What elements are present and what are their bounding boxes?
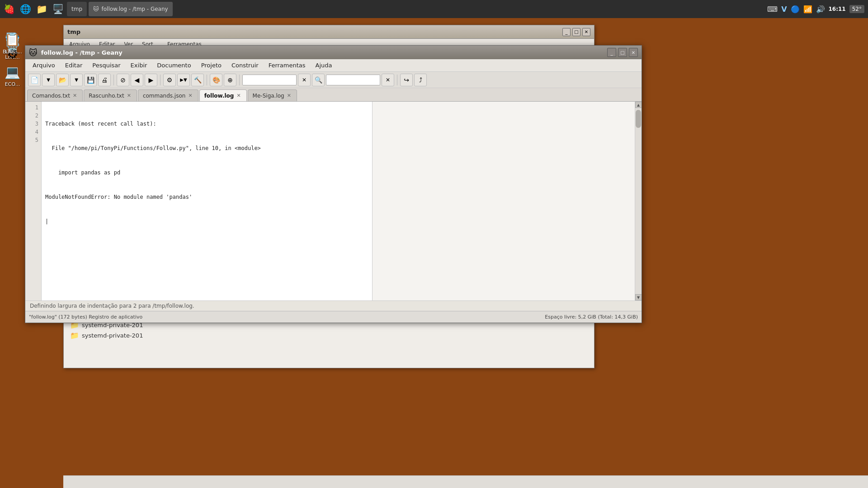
temperature-badge: 52° [849,5,864,13]
replace-clear-button[interactable]: ✕ [382,74,394,86]
disk-info: Espaço livre: 5,2 GiB (Total: 14,3 GiB) [545,314,638,320]
jump-button[interactable]: ⤴ [414,74,427,86]
geany-statusbar: "follow.log" (172 bytes) Registro de apl… [25,311,642,323]
file-manager-title: tmp [67,28,80,35]
open-dropdown-button[interactable]: ▼ [70,74,83,86]
geany-menubar: Arquivo Editar Pesquisar Exibir Document… [25,59,642,72]
geany-minimize-button[interactable]: _ [607,48,616,57]
compile-button[interactable]: ⚙ [163,74,176,86]
editor-line-2: File "/home/pi/TonyPi/Functions/Follow.p… [45,144,368,152]
file-info: "follow.log" (172 bytes) Registro de apl… [29,314,142,320]
volume-icon[interactable]: 🔊 [816,5,825,14]
menu-pesquisar[interactable]: Pesquisar [88,61,125,70]
navigate-back-button[interactable]: ◀ [131,74,143,86]
menu-arquivo[interactable]: Arquivo [28,61,60,70]
raspberry-icon[interactable]: 🍓 [2,2,16,16]
notification-text: Definindo largura de indentação para 2 p… [30,303,194,309]
geany-window-controls: _ □ ✕ [607,48,638,57]
taskbar: 🍓 🌐 📁 🖥️ tmp 🐱 follow.log - /tmp - Geany… [0,0,868,18]
geany-tabs: Comandos.txt ✕ Rascunho.txt ✕ commands.j… [25,88,642,102]
menu-exibir[interactable]: Exibir [126,61,152,70]
taskbar-right: ⌨ V 🔵 📶 🔊 16:11 52° [767,5,868,14]
editor-content[interactable]: Traceback (most recent call last): File … [42,102,372,300]
navigate-forward-button[interactable]: ▶ [145,74,157,86]
app-icon[interactable]: 📋 A... [0,32,26,55]
taskbar-window-geany-icon: 🐱 [93,6,99,12]
tab-rascunho-close[interactable]: ✕ [126,93,132,99]
geany-maximize-button[interactable]: □ [618,48,627,57]
terminal-icon[interactable]: 🖥️ [51,2,65,16]
desktop-sidebar: 🗑️ Lixe... 💻 ECO... 📄 Bus_S... ⚙️ 💎 LAB.… [0,25,25,28]
scroll-down-arrow[interactable]: ▼ [635,294,642,300]
tab-comandos-close[interactable]: ✕ [72,93,78,99]
geany-toolbar: 📄 ▼ 📂 ▼ 💾 🖨 ⊘ ◀ ▶ ⚙ ▶▼ 🔨 🎨 ⊕ ✕ 🔍 ✕ ↪ ⤴ [25,72,642,88]
geany-close-button[interactable]: ✕ [629,48,638,57]
taskbar-window-geany[interactable]: 🐱 follow.log - /tmp - Geany [89,2,173,16]
find-close-button[interactable]: ⊘ [117,74,129,86]
tab-follow-log-label: follow.log [204,93,234,99]
wifi-icon[interactable]: 📶 [803,5,812,14]
menu-ajuda[interactable]: Ajuda [311,61,337,70]
eco-icon[interactable]: 💻 ECO... [0,65,26,87]
search-go-button[interactable]: 🔍 [312,74,325,86]
save-button[interactable]: 💾 [84,74,97,86]
run-dropdown-button[interactable]: ▶▼ [177,74,190,86]
bluetooth-icon[interactable]: 🔵 [791,5,800,14]
menu-construir[interactable]: Construir [227,61,263,70]
tab-comandos-label: Comandos.txt [32,93,70,99]
taskbar-window-geany-label: follow.log - /tmp - Geany [102,6,168,12]
print-button[interactable]: 🖨 [98,74,111,86]
tab-commands-json-close[interactable]: ✕ [187,93,193,99]
editor-line-1: Traceback (most recent call last): [45,120,368,128]
tab-comandos[interactable]: Comandos.txt ✕ [27,89,83,101]
tab-commands-json[interactable]: commands.json ✕ [138,89,198,101]
scroll-down-arrows: ▼ [635,294,642,300]
search-clear-button[interactable]: ✕ [298,74,311,86]
new-button[interactable]: 📄 [28,74,41,86]
geany-editor-area: 1 2 3 4 5 Traceback (most recent call la… [25,102,642,300]
toggle-button[interactable]: ⊕ [224,74,236,86]
maximize-button[interactable]: □ [572,28,580,36]
version-icon[interactable]: V [781,5,787,14]
geany-app-icon: 🐱 [29,48,38,57]
menu-projeto[interactable]: Projeto [197,61,226,70]
web-browser-icon[interactable]: 🌐 [18,2,33,16]
scroll-up-arrow[interactable]: ▲ [635,102,642,108]
list-item[interactable]: 📁 systemd-private-201 [68,330,590,341]
clock: 16:11 [829,6,846,12]
scrollbar-thumb[interactable] [636,110,641,128]
right-panel [373,102,635,300]
line-numbers: 1 2 3 4 5 [25,102,42,300]
keyboard-icon[interactable]: ⌨ [767,5,778,14]
vertical-scrollbar[interactable]: ▲ ▼ [635,102,642,300]
tab-rascunho-label: Rascunho.txt [89,93,124,99]
geany-titlebar: 🐱 follow.log - /tmp - Geany _ □ ✕ [25,46,642,59]
editor-line-5: | [45,217,368,225]
tab-me-siga-close[interactable]: ✕ [286,93,292,99]
build-button[interactable]: 🔨 [191,74,204,86]
tab-rascunho[interactable]: Rascunho.txt ✕ [84,89,137,101]
minimize-button[interactable]: _ [562,28,571,36]
toolbar-sep-4 [239,75,240,85]
open-button[interactable]: 📂 [56,74,69,86]
menu-editar[interactable]: Editar [61,61,87,70]
extra-button[interactable]: ↪ [400,74,413,86]
toolbar-sep-2 [160,75,160,85]
close-button[interactable]: ✕ [582,28,590,36]
search-input[interactable] [242,75,297,85]
file-manager-icon[interactable]: 📁 [34,2,49,16]
menu-ferramentas[interactable]: Ferramentas [264,61,310,70]
tab-follow-log[interactable]: follow.log ✕ [199,89,247,101]
file-manager-statusbar [63,475,868,488]
toolbar-sep-5 [397,75,397,85]
toolbar-sep-1 [113,75,114,85]
tab-follow-log-close[interactable]: ✕ [236,93,241,99]
taskbar-left: 🍓 🌐 📁 🖥️ tmp 🐱 follow.log - /tmp - Geany [0,2,173,16]
replace-input[interactable] [326,75,380,85]
geany-window: 🐱 follow.log - /tmp - Geany _ □ ✕ Arquiv… [25,45,642,323]
color-button[interactable]: 🎨 [210,74,222,86]
menu-documento[interactable]: Documento [152,61,195,70]
new-dropdown-button[interactable]: ▼ [42,74,55,86]
tab-me-siga[interactable]: Me-Siga.log ✕ [248,89,297,101]
taskbar-window-tmp[interactable]: tmp [67,2,87,16]
